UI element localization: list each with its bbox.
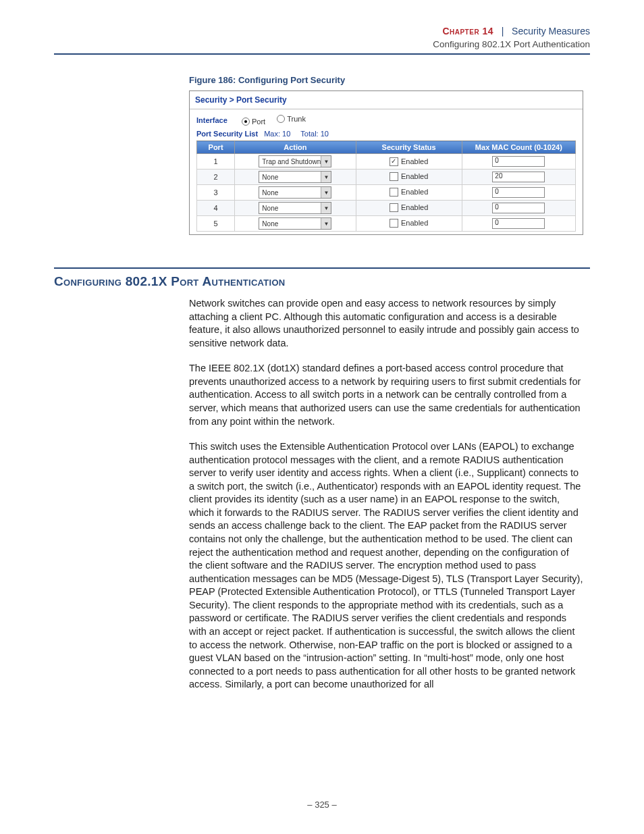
enabled-checkbox[interactable]: ✓Enabled: [390, 157, 428, 166]
chevron-down-icon: ▼: [321, 218, 331, 229]
page-number: – 325 –: [0, 800, 644, 810]
col-maxmac: Max MAC Count (0-1024): [462, 141, 575, 154]
cell-port: 5: [197, 216, 235, 232]
section-rule: [54, 267, 590, 269]
action-select[interactable]: None▼: [259, 217, 331, 230]
checkbox-icon: [390, 203, 398, 212]
header-subtitle: Configuring 802.1X Port Authentication: [54, 39, 590, 49]
enabled-label: Enabled: [401, 172, 428, 180]
maxmac-input[interactable]: 0: [492, 203, 545, 213]
cell-action: None▼: [235, 185, 356, 201]
maxmac-input[interactable]: 20: [492, 172, 545, 182]
enabled-label: Enabled: [401, 219, 428, 227]
paragraph-3: This switch uses the Extensible Authenti…: [189, 440, 583, 692]
figure-port-security: Security > Port Security Interface Port …: [189, 90, 583, 235]
cell-status: Enabled: [356, 185, 462, 201]
cell-maxmac: 0: [462, 216, 575, 232]
cell-status: Enabled: [356, 216, 462, 232]
col-port: Port: [197, 141, 235, 154]
enabled-checkbox[interactable]: Enabled: [390, 219, 428, 228]
enabled-checkbox[interactable]: Enabled: [390, 203, 428, 212]
radio-trunk-label: Trunk: [287, 115, 306, 123]
cell-port: 4: [197, 201, 235, 216]
table-row: 3None▼Enabled0: [197, 185, 576, 201]
enabled-label: Enabled: [401, 157, 428, 165]
paragraph-2: The IEEE 802.1X (dot1X) standard defines…: [189, 362, 583, 428]
breadcrumb: Security > Port Security: [190, 91, 583, 109]
port-security-list-label: Port Security List: [196, 130, 258, 138]
enabled-label: Enabled: [401, 203, 428, 211]
cell-maxmac: 20: [462, 170, 575, 185]
maxmac-input[interactable]: 0: [492, 156, 545, 167]
cell-port: 3: [197, 185, 235, 201]
port-security-total: Total: 10: [300, 130, 329, 138]
action-select[interactable]: None▼: [259, 202, 331, 214]
radio-port[interactable]: Port: [242, 118, 265, 126]
chevron-down-icon: ▼: [321, 187, 331, 198]
cell-status: ✓Enabled: [356, 154, 462, 170]
table-row: 4None▼Enabled0: [197, 201, 576, 216]
figure-controls: Interface Port Trunk Port Security List …: [190, 109, 583, 234]
chapter-label: Chapter 14: [442, 26, 493, 36]
cell-port: 2: [197, 170, 235, 185]
cell-maxmac: 0: [462, 185, 575, 201]
checkbox-icon: [390, 172, 398, 181]
cell-action: None▼: [235, 216, 356, 232]
cell-port: 1: [197, 154, 235, 170]
figure-caption: Figure 186: Configuring Port Security: [189, 75, 590, 85]
enabled-checkbox[interactable]: Enabled: [390, 188, 428, 197]
cell-action: None▼: [235, 170, 356, 185]
enabled-checkbox[interactable]: Enabled: [390, 172, 428, 181]
action-select[interactable]: None▼: [259, 171, 331, 183]
chevron-down-icon: ▼: [321, 172, 331, 182]
enabled-label: Enabled: [401, 188, 428, 196]
table-row: 1Trap and Shutdown▼✓Enabled0: [197, 154, 576, 170]
checkbox-icon: [390, 219, 398, 228]
cell-status: Enabled: [356, 170, 462, 185]
table-row: 5None▼Enabled0: [197, 216, 576, 232]
chevron-down-icon: ▼: [321, 156, 331, 167]
cell-status: Enabled: [356, 201, 462, 216]
action-select[interactable]: None▼: [259, 186, 331, 199]
chapter-title: Security Measures: [512, 26, 590, 36]
chevron-down-icon: ▼: [321, 203, 331, 213]
port-security-max: Max: 10: [264, 130, 290, 138]
cell-maxmac: 0: [462, 154, 575, 170]
section-heading: Configuring 802.1X Port Authentication: [54, 274, 590, 289]
radio-port-label: Port: [252, 118, 265, 126]
maxmac-input[interactable]: 0: [492, 218, 545, 229]
radio-dot-icon: [277, 115, 285, 123]
port-security-table: Port Action Security Status Max MAC Coun…: [196, 140, 576, 232]
col-action: Action: [235, 141, 356, 154]
page-header: Chapter 14 | Security Measures: [54, 26, 590, 36]
action-select[interactable]: Trap and Shutdown▼: [259, 155, 331, 167]
checkbox-icon: [390, 188, 398, 197]
cell-action: Trap and Shutdown▼: [235, 154, 356, 170]
maxmac-input[interactable]: 0: [492, 187, 545, 198]
paragraph-1: Network switches can provide open and ea…: [189, 297, 583, 350]
col-status: Security Status: [356, 141, 462, 154]
cell-action: None▼: [235, 201, 356, 216]
header-rule: [54, 53, 590, 55]
cell-maxmac: 0: [462, 201, 575, 216]
radio-trunk[interactable]: Trunk: [277, 115, 306, 123]
radio-dot-icon: [242, 118, 250, 126]
header-separator: |: [496, 26, 509, 36]
checkbox-icon: ✓: [390, 157, 398, 166]
interface-label: Interface: [196, 116, 227, 124]
table-row: 2None▼Enabled20: [197, 170, 576, 185]
